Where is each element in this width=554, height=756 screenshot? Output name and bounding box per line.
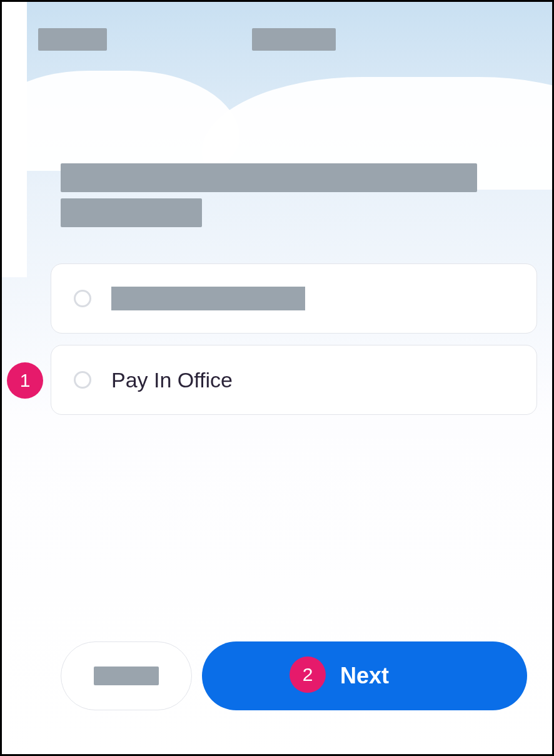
callout-number: 1 [20,370,31,391]
next-label: Next [340,663,389,689]
app-frame: Pay In Office Next 1 2 [0,0,554,756]
header-placeholder-right [252,28,336,51]
payment-option-pay-in-office[interactable]: Pay In Office [51,345,537,415]
heading-placeholder-line1 [61,163,477,192]
back-label-placeholder [94,667,159,685]
next-button[interactable]: Next [202,641,527,710]
heading-placeholder-line2 [61,198,202,227]
header-placeholder-left [38,28,107,51]
option-label-placeholder [111,287,305,310]
payment-option-1[interactable] [51,263,537,334]
callout-number: 2 [303,664,313,685]
callout-badge-1: 1 [7,362,43,399]
radio-icon [74,290,91,307]
option-label: Pay In Office [111,368,233,392]
radio-icon [74,371,91,389]
back-button[interactable] [61,641,192,710]
callout-badge-2: 2 [290,656,326,693]
